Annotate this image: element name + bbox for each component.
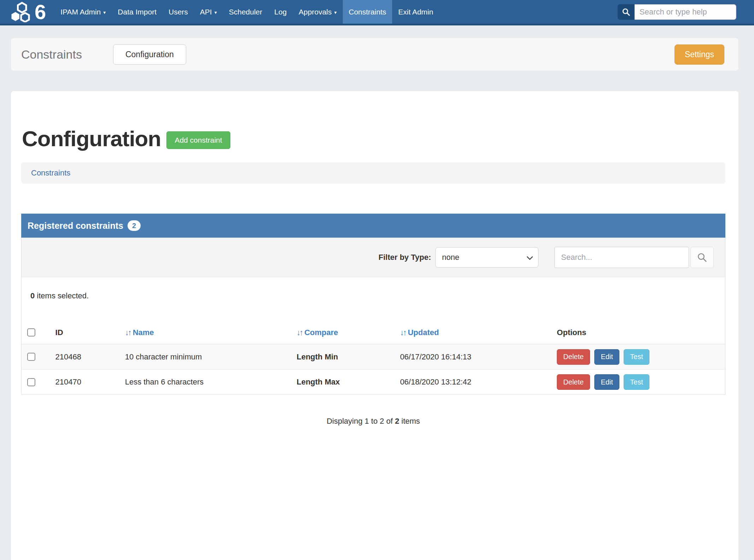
cell-compare: Length Min — [296, 352, 400, 362]
page-header-bar: Constraints Configuration Settings — [11, 38, 738, 71]
nav-item-ipam-admin[interactable]: IPAM Admin ▾ — [54, 0, 112, 24]
nav-item-label: Constraints — [349, 8, 386, 16]
row-checkbox[interactable] — [27, 378, 35, 386]
nav-item-label: Log — [274, 8, 287, 16]
nav-item-label: Scheduler — [229, 8, 263, 16]
table-row: 210470 Less than 6 characters Length Max… — [22, 369, 725, 394]
delete-button[interactable]: Delete — [557, 374, 590, 390]
constraints-table: ID ↓↑Name ↓↑Compare ↓↑Updated Options 21… — [22, 321, 725, 394]
pagination-status: Displaying 1 to 2 of 2 items — [21, 417, 725, 426]
column-header-label: Compare — [304, 328, 338, 337]
nav-item-scheduler[interactable]: Scheduler — [223, 0, 269, 24]
filter-type-select-wrap: none — [435, 247, 538, 268]
sort-icon: ↓↑ — [296, 328, 302, 337]
cell-updated: 06/17/2020 16:14:13 — [400, 352, 557, 362]
search-icon[interactable] — [618, 4, 635, 20]
select-all-checkbox[interactable] — [27, 328, 35, 336]
column-header-label: Name — [133, 328, 154, 337]
nav-item-label: Exit Admin — [398, 8, 433, 16]
table-search — [554, 247, 714, 268]
column-header-options: Options — [557, 328, 725, 337]
table-section: 0 items selected. ID ↓↑Name ↓↑Compare ↓↑… — [22, 277, 725, 394]
global-search — [618, 0, 736, 24]
test-button[interactable]: Test — [624, 349, 649, 365]
hexagons-logo-icon — [11, 2, 33, 22]
tab-configuration[interactable]: Configuration — [113, 44, 186, 65]
global-search-input[interactable] — [635, 4, 736, 20]
nav-item-label: Data Import — [118, 8, 157, 16]
row-checkbox[interactable] — [27, 353, 35, 361]
filter-toolbar: Filter by Type: none — [22, 238, 725, 277]
nav-item-label: Users — [169, 8, 188, 16]
breadcrumb-link-constraints[interactable]: Constraints — [31, 168, 70, 178]
chevron-down-icon: ▾ — [214, 10, 217, 15]
test-button[interactable]: Test — [624, 374, 649, 390]
table-header-row: ID ↓↑Name ↓↑Compare ↓↑Updated Options — [22, 321, 725, 344]
count-badge: 2 — [128, 220, 141, 231]
table-row: 210468 10 character minimum Length Min 0… — [22, 344, 725, 369]
page-title: Constraints — [21, 48, 82, 61]
cell-options: Delete Edit Test — [557, 349, 725, 365]
main-content-card: Configuration Add constraint Constraints… — [11, 91, 738, 560]
column-header-label: Updated — [408, 328, 439, 337]
edit-button[interactable]: Edit — [594, 374, 619, 390]
cell-options: Delete Edit Test — [557, 374, 725, 390]
table-search-input[interactable] — [554, 247, 689, 268]
nav-item-label: API — [200, 8, 212, 16]
row-checkbox-cell — [22, 353, 55, 361]
breadcrumb: Constraints — [21, 162, 725, 184]
nav-item-log[interactable]: Log — [268, 0, 293, 24]
chevron-down-icon: ▾ — [334, 10, 337, 15]
selected-text: items selected. — [35, 291, 89, 300]
settings-button[interactable]: Settings — [675, 44, 724, 65]
logo-six-text: 6 — [35, 2, 45, 22]
cell-updated: 06/18/2020 13:12:42 — [400, 377, 557, 387]
nav-item-approvals[interactable]: Approvals ▾ — [293, 0, 342, 24]
cell-name: 10 character minimum — [125, 352, 297, 362]
heading-row: Configuration Add constraint — [22, 128, 725, 150]
cell-id: 210470 — [55, 377, 125, 387]
sort-icon: ↓↑ — [400, 328, 406, 337]
pagination-suffix: items — [399, 417, 420, 425]
sort-icon: ↓↑ — [125, 328, 131, 337]
nav-item-users[interactable]: Users — [163, 0, 194, 24]
top-navbar: 6 IPAM Admin ▾ Data Import Users API ▾ S… — [0, 0, 754, 25]
nav-item-data-import[interactable]: Data Import — [112, 0, 163, 24]
panel-heading: Registered constraints 2 — [21, 214, 725, 238]
delete-button[interactable]: Delete — [557, 349, 590, 365]
configuration-heading: Configuration — [22, 128, 161, 150]
filter-type-select[interactable]: none — [435, 247, 538, 268]
cell-compare: Length Max — [296, 377, 400, 387]
cell-id: 210468 — [55, 352, 125, 362]
selected-count: 0 — [30, 291, 35, 300]
pagination-prefix: Displaying 1 to 2 of — [326, 417, 395, 425]
nav-item-api[interactable]: API ▾ — [194, 0, 223, 24]
panel-body: Filter by Type: none — [21, 238, 725, 395]
column-header-name[interactable]: ↓↑Name — [125, 328, 297, 337]
nav-item-label: Approvals — [299, 8, 331, 16]
nav-menu: IPAM Admin ▾ Data Import Users API ▾ Sch… — [54, 0, 439, 24]
table-search-button[interactable] — [690, 247, 714, 268]
pagination-count: 2 — [395, 417, 399, 425]
cell-name: Less than 6 characters — [125, 377, 297, 387]
filter-by-type-label: Filter by Type: — [378, 253, 431, 262]
column-header-compare[interactable]: ↓↑Compare — [296, 328, 400, 337]
header-checkbox-cell — [22, 328, 55, 336]
edit-button[interactable]: Edit — [594, 349, 619, 365]
nav-item-constraints[interactable]: Constraints — [343, 0, 392, 24]
items-selected-status: 0 items selected. — [22, 291, 725, 300]
column-header-updated[interactable]: ↓↑Updated — [400, 328, 557, 337]
nav-item-exit-admin[interactable]: Exit Admin — [392, 0, 439, 24]
registered-constraints-panel: Registered constraints 2 Filter by Type:… — [21, 214, 725, 426]
chevron-down-icon: ▾ — [103, 10, 106, 15]
row-checkbox-cell — [22, 378, 55, 386]
panel-title: Registered constraints — [28, 221, 123, 231]
app-logo[interactable]: 6 — [0, 0, 54, 24]
nav-item-label: IPAM Admin — [60, 8, 101, 16]
add-constraint-button[interactable]: Add constraint — [166, 131, 230, 149]
column-header-id: ID — [55, 328, 125, 337]
